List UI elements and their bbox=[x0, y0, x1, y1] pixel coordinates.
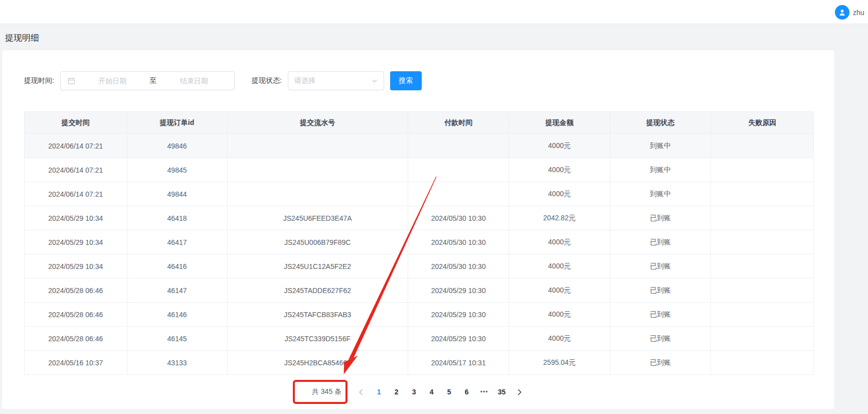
table-cell: 2024/06/14 07:21 bbox=[25, 134, 127, 158]
table-cell: JS245U006B79F89C bbox=[227, 230, 408, 254]
table-cell: 49846 bbox=[127, 134, 227, 158]
pager-page-5[interactable]: 5 bbox=[441, 384, 457, 399]
filter-bar: 提现时间: 至 提现状态: 请选择 搜索 bbox=[24, 71, 834, 90]
table-cell bbox=[711, 206, 814, 230]
pager-page-2[interactable]: 2 bbox=[388, 384, 405, 399]
table-cell: 2024/05/29 10:34 bbox=[25, 230, 127, 254]
table-cell: 2024/05/28 06:46 bbox=[25, 279, 127, 303]
table-cell: 2024/05/30 10:30 bbox=[408, 206, 508, 230]
user-menu[interactable]: zhu bbox=[835, 5, 864, 20]
table-cell bbox=[711, 182, 814, 206]
col-fail-reason: 失败原因 bbox=[711, 112, 814, 134]
col-amount: 提现金额 bbox=[509, 112, 610, 134]
table-cell bbox=[711, 327, 814, 351]
pagination: 共 345 条 123456•••35 bbox=[24, 381, 814, 402]
status-select[interactable]: 请选择 bbox=[288, 71, 384, 90]
table-cell: 4000元 bbox=[509, 182, 610, 206]
avatar[interactable] bbox=[835, 5, 849, 20]
table-cell: 2024/05/29 10:34 bbox=[25, 254, 127, 279]
pager-page-6[interactable]: 6 bbox=[458, 384, 475, 399]
col-pay-time: 付款时间 bbox=[408, 112, 508, 134]
table-cell: 已到账 bbox=[610, 303, 711, 327]
table-cell: 2024/05/30 10:30 bbox=[408, 254, 508, 279]
table-cell: 43133 bbox=[127, 351, 227, 375]
table-cell: 46145 bbox=[127, 327, 227, 351]
table-cell: 到账中 bbox=[610, 158, 711, 182]
table-row: 2024/05/29 10:3446416JS245U1C12A5F2E2202… bbox=[25, 254, 814, 279]
table-cell bbox=[711, 303, 814, 327]
chevron-down-icon bbox=[372, 78, 378, 84]
withdrawal-table: 提交时间 提现订单id 提交流水号 付款时间 提现金额 提现状态 失败原因 20… bbox=[24, 111, 814, 375]
table-cell: 已到账 bbox=[610, 327, 711, 351]
start-date-input[interactable] bbox=[77, 77, 148, 85]
table-cell: 已到账 bbox=[610, 206, 711, 230]
table-cell: JS245U1C12A5F2E2 bbox=[227, 254, 408, 279]
table-cell bbox=[227, 158, 408, 182]
table-cell: 2024/06/14 07:21 bbox=[25, 182, 127, 206]
table-cell: 4000元 bbox=[509, 158, 610, 182]
table-cell: 2024/05/29 10:34 bbox=[25, 206, 127, 230]
table-cell: 46146 bbox=[127, 303, 227, 327]
table-cell: 46418 bbox=[127, 206, 227, 230]
table-row: 2024/05/28 06:4646146JS245TAFCB83FAB3202… bbox=[25, 303, 814, 327]
table-row: 2024/05/28 06:4646145JS245TC339D5156F202… bbox=[25, 327, 814, 351]
table-cell: 2024/05/30 10:30 bbox=[408, 230, 508, 254]
date-range-picker[interactable]: 至 bbox=[60, 71, 235, 90]
table-cell: 2024/05/29 10:30 bbox=[408, 303, 508, 327]
table-row: 2024/05/29 10:3446418JS245U6FEED3E47A202… bbox=[25, 206, 814, 230]
table-cell bbox=[711, 279, 814, 303]
table-cell: 4000元 bbox=[509, 254, 610, 279]
pager-page-3[interactable]: 3 bbox=[406, 384, 422, 399]
pager-page-1[interactable]: 1 bbox=[371, 384, 387, 399]
next-page-button[interactable] bbox=[511, 384, 528, 399]
topbar: zhu bbox=[0, 0, 868, 24]
col-serial-number: 提交流水号 bbox=[227, 112, 408, 134]
table-cell: 已到账 bbox=[610, 351, 711, 375]
table-cell: 49845 bbox=[127, 158, 227, 182]
end-date-input[interactable] bbox=[158, 77, 229, 85]
table-cell bbox=[711, 134, 814, 158]
table-body: 2024/06/14 07:21498464000元到账中2024/06/14 … bbox=[25, 134, 814, 375]
content-card: 提现时间: 至 提现状态: 请选择 搜索 bbox=[2, 50, 834, 409]
table-cell: 2024/06/14 07:21 bbox=[25, 158, 127, 182]
table-cell: 2024/05/28 06:46 bbox=[25, 327, 127, 351]
col-submit-time: 提交时间 bbox=[25, 112, 127, 134]
table-cell bbox=[227, 134, 408, 158]
pager-page-4[interactable]: 4 bbox=[423, 384, 440, 399]
pager: 123456•••35 bbox=[370, 384, 510, 399]
table-cell: 4000元 bbox=[509, 134, 610, 158]
username-label: zhu bbox=[853, 9, 864, 17]
table-cell: 4000元 bbox=[509, 230, 610, 254]
table-cell: 46416 bbox=[127, 254, 227, 279]
prev-page-button[interactable] bbox=[353, 384, 370, 399]
table-cell: 2024/05/29 10:30 bbox=[408, 279, 508, 303]
table-cell: 已到账 bbox=[610, 254, 711, 279]
table-row: 2024/06/14 07:21498464000元到账中 bbox=[25, 134, 814, 158]
table-cell: 已到账 bbox=[610, 230, 711, 254]
table-row: 2024/05/29 10:3446417JS245U006B79F89C202… bbox=[25, 230, 814, 254]
table-row: 2024/06/14 07:21498444000元到账中 bbox=[25, 182, 814, 206]
pagination-total-wrap: 共 345 条 bbox=[310, 386, 343, 397]
table-row: 2024/05/16 10:3743133JS245H2BCA854660202… bbox=[25, 351, 814, 375]
table-cell: JS245H2BCA854660 bbox=[227, 351, 408, 375]
table-row: 2024/05/28 06:4646147JS245TADDE627F62202… bbox=[25, 279, 814, 303]
table-cell: 2024/05/17 10:31 bbox=[408, 351, 508, 375]
pager-ellipsis[interactable]: ••• bbox=[476, 384, 492, 399]
status-filter-label: 提现状态: bbox=[252, 76, 282, 85]
table-cell bbox=[711, 230, 814, 254]
table-cell bbox=[408, 158, 508, 182]
pager-page-35[interactable]: 35 bbox=[493, 384, 510, 399]
table-cell: JS245TC339D5156F bbox=[227, 327, 408, 351]
table-cell: 4000元 bbox=[509, 303, 610, 327]
chevron-left-icon bbox=[359, 389, 364, 395]
table-cell: 2595.04元 bbox=[509, 351, 610, 375]
chevron-right-icon bbox=[516, 389, 522, 395]
table-cell: 已到账 bbox=[610, 279, 711, 303]
date-filter-label: 提现时间: bbox=[24, 76, 54, 85]
table-cell: JS245TADDE627F62 bbox=[227, 279, 408, 303]
status-select-placeholder: 请选择 bbox=[294, 76, 315, 85]
table-cell: 到账中 bbox=[610, 134, 711, 158]
table-cell bbox=[711, 254, 814, 279]
search-button[interactable]: 搜索 bbox=[390, 71, 422, 90]
table-cell: 4000元 bbox=[509, 327, 610, 351]
